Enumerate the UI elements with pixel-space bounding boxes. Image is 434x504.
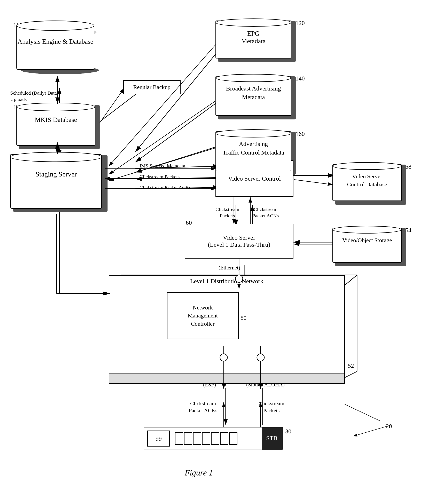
ref-20-arrow bbox=[349, 423, 394, 439]
ref-52: 52 bbox=[348, 362, 354, 369]
level1-network-box: Level 1 Distribution Network NetworkMana… bbox=[109, 275, 345, 373]
regular-backup-label: Regular Backup bbox=[133, 84, 170, 90]
network-mgmt-box: NetworkManagementController bbox=[167, 292, 239, 339]
mkis-cylinder: MKIS Database bbox=[16, 103, 99, 150]
svg-line-5 bbox=[136, 49, 220, 152]
clickstream-packets-label1: Clickstream Packets bbox=[140, 174, 180, 180]
svg-line-6 bbox=[136, 100, 220, 162]
scheduled-uploads-label: Scheduled (Daily) DataUploads bbox=[10, 90, 57, 103]
svg-line-37 bbox=[357, 425, 392, 435]
video-server-control-label: Video Server Control bbox=[228, 175, 281, 182]
analysis-engine-label: Analysis Engine & Database bbox=[16, 37, 94, 46]
ref-30: 30 bbox=[285, 428, 291, 435]
stb-label: STB bbox=[263, 435, 280, 442]
ref-140: 140 bbox=[296, 75, 305, 82]
mkis-label: MKIS Database bbox=[16, 116, 95, 124]
staging-label: Staging Server bbox=[10, 170, 102, 178]
adv-traffic-cylinder: AdvertisingTraffic Control Metadata bbox=[216, 129, 293, 177]
esf-arrow bbox=[222, 388, 234, 429]
ref-120: 120 bbox=[296, 19, 305, 27]
clickstream-acks-label3: ClickstreamPacket ACKs bbox=[189, 400, 217, 414]
svg-line-29 bbox=[345, 275, 357, 285]
svg-line-44 bbox=[99, 88, 124, 123]
clickstream-packets-label2: ClickstreamPackets bbox=[216, 206, 239, 219]
ref-58: 58 bbox=[405, 163, 411, 170]
epg-metadata-cylinder: EPGMetadata bbox=[216, 18, 293, 64]
level1-network-label: Level 1 Distribution Network bbox=[109, 278, 344, 285]
stb-inner-label: 99 bbox=[155, 435, 162, 442]
svg-line-31 bbox=[345, 371, 357, 378]
video-server-label: Video Server(Level 1 Data Pass-Thru) bbox=[208, 234, 270, 248]
broadcast-adv-label: Broadcast AdvertisingMetadata bbox=[216, 84, 291, 101]
ref-60: 60 bbox=[186, 219, 192, 226]
figure-label: Figure 1 bbox=[185, 468, 213, 477]
ims-sourced-label: IMS Sourced Metadata bbox=[140, 163, 185, 169]
video-object-storage-label: Video/Object Storage bbox=[332, 237, 402, 243]
clickstream-acks-label2: ClickstreamPacket ACKs bbox=[253, 206, 279, 219]
analysis-engine-cylinder: Analysis Engine & Database bbox=[16, 20, 99, 78]
vs-control-db-cylinder: Video ServerControl Database bbox=[332, 162, 404, 205]
broadcast-adv-cylinder: Broadcast AdvertisingMetadata bbox=[216, 74, 293, 121]
clickstream-acks-label1: Clickstream Packet ACKs bbox=[140, 185, 191, 190]
stb-box: 99 STB bbox=[144, 427, 283, 450]
slotted-aloha-arrow bbox=[259, 388, 271, 429]
svg-line-45 bbox=[109, 44, 216, 166]
network-mgmt-label: NetworkManagementController bbox=[188, 304, 218, 328]
svg-line-51 bbox=[294, 180, 333, 185]
svg-line-25 bbox=[345, 404, 380, 421]
ref-54: 54 bbox=[405, 227, 411, 234]
diagram: Analysis Engine & Database 110 EPGMetada… bbox=[0, 0, 434, 504]
ref-160: 160 bbox=[296, 130, 305, 137]
regular-backup-box: Regular Backup bbox=[123, 80, 181, 94]
epg-label: EPGMetadata bbox=[216, 30, 291, 45]
staging-server-cylinder: Staging Server bbox=[10, 152, 105, 213]
ref-50: 50 bbox=[241, 315, 246, 321]
vs-control-db-label: Video ServerControl Database bbox=[332, 172, 402, 188]
adv-traffic-label: AdvertisingTraffic Control Metadata bbox=[216, 140, 291, 157]
video-server-box: Video Server(Level 1 Data Pass-Thru) bbox=[185, 224, 293, 259]
